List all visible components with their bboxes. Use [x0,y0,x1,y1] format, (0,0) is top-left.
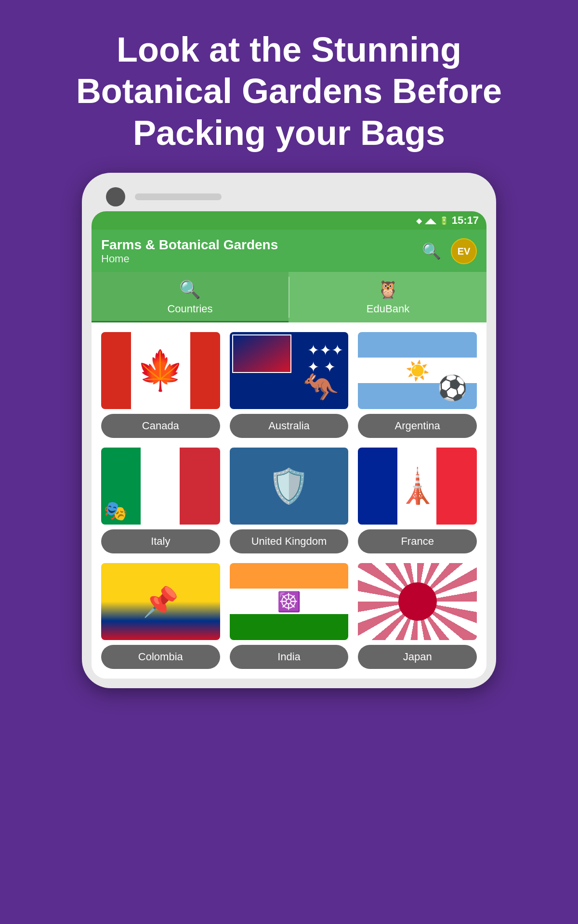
italy-button[interactable]: Italy [101,529,220,553]
tab-bar: 🔍 Countries 🦉 EduBank [92,272,486,322]
phone-top-bar [92,182,486,211]
country-image-india: ☸️ [230,563,349,640]
phone-speaker [135,193,222,200]
country-image-japan [358,563,477,640]
france-button[interactable]: France [358,529,477,553]
countries-tab-label: Countries [167,303,212,315]
country-card-india[interactable]: ☸️ India [230,563,349,669]
country-image-australia: ✦✦✦✦ ✦ 🦘 [230,332,349,409]
country-image-canada: 🍁 [101,332,220,409]
tab-edubank[interactable]: 🦉 EduBank [289,272,486,322]
edubank-tab-label: EduBank [367,303,409,315]
battery-icon: 🔋 [439,216,449,225]
status-bar: ◆ ◢◣ 🔋 15:17 [92,211,486,230]
tab-countries[interactable]: 🔍 Countries [92,272,289,322]
country-card-canada[interactable]: 🍁 Canada [101,332,220,438]
phone-camera [106,187,125,206]
eiffel-tower-icon: 🗼 [396,466,438,506]
country-image-italy: 🎭 [101,448,220,525]
country-image-argentina: ☀️ ⚽ [358,332,477,409]
country-image-france: 🗼 [358,448,477,525]
country-card-argentina[interactable]: ☀️ ⚽ Argentina [358,332,477,438]
japan-button[interactable]: Japan [358,645,477,669]
countries-tab-icon: 🔍 [179,280,201,300]
app-bar-left: Farms & Botanical Gardens Home [101,237,278,265]
app-title: Farms & Botanical Gardens [101,237,278,253]
india-button[interactable]: India [230,645,349,669]
status-time: 15:17 [452,214,479,227]
australia-button[interactable]: Australia [230,414,349,438]
uk-shield-icon: 🛡️ [268,466,310,506]
country-card-japan[interactable]: Japan [358,563,477,669]
logo-badge: EV [451,238,477,264]
signal-icon: ◢◣ [425,216,436,225]
app-bar: Farms & Botanical Gardens Home 🔍 EV [92,230,486,272]
phone-screen: ◆ ◢◣ 🔋 15:17 Farms & Botanical Gardens H… [92,211,486,679]
country-card-australia[interactable]: ✦✦✦✦ ✦ 🦘 Australia [230,332,349,438]
country-image-colombia: 📌 [101,563,220,640]
app-subtitle: Home [101,253,278,265]
app-bar-right: 🔍 EV [422,238,477,264]
colombia-button[interactable]: Colombia [101,645,220,669]
edubank-tab-icon: 🦉 [377,280,399,300]
india-wheel-icon: ☸️ [277,590,301,613]
united-kingdom-button[interactable]: United Kingdom [230,529,349,553]
wifi-icon: ◆ [416,216,422,225]
country-card-colombia[interactable]: 📌 Colombia [101,563,220,669]
country-card-france[interactable]: 🗼 France [358,448,477,553]
map-pin-icon: 📌 [143,585,179,619]
country-card-italy[interactable]: 🎭 Italy [101,448,220,553]
country-card-united-kingdom[interactable]: 🛡️ United Kingdom [230,448,349,553]
page-headline: Look at the Stunning Botanical Gardens B… [0,0,578,173]
country-grid: 🍁 Canada ✦✦✦✦ ✦ 🦘 Australia [92,322,486,679]
country-image-united-kingdom: 🛡️ [230,448,349,525]
argentina-button[interactable]: Argentina [358,414,477,438]
canada-button[interactable]: Canada [101,414,220,438]
search-button[interactable]: 🔍 [422,242,441,260]
status-icons: ◆ ◢◣ 🔋 15:17 [416,214,479,227]
phone-frame: ◆ ◢◣ 🔋 15:17 Farms & Botanical Gardens H… [82,173,496,688]
